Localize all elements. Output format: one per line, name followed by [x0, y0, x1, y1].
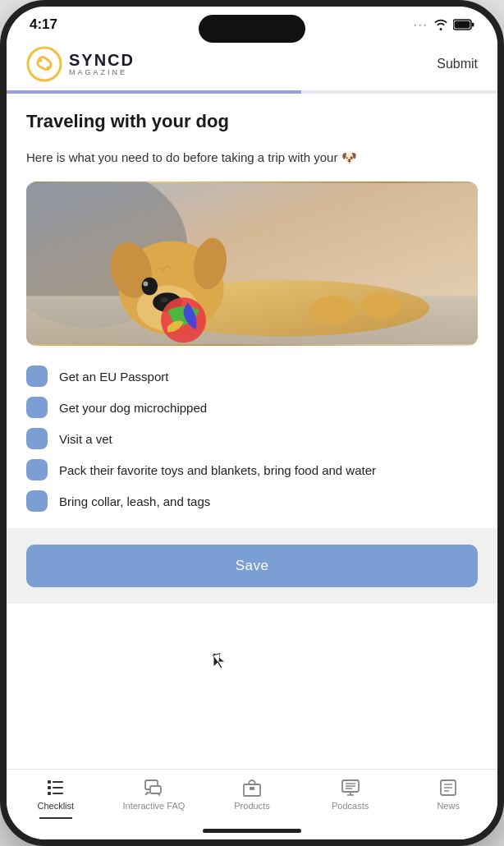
tab-checklist[interactable]: Checklist: [7, 778, 105, 819]
battery-icon: [453, 19, 474, 30]
app-header: SYNCD MAGAZINE Submit: [7, 38, 497, 90]
svg-rect-30: [250, 787, 254, 790]
phone-screen: 4:17 ●●●: [7, 7, 497, 839]
svg-point-5: [47, 67, 51, 71]
article-title: Traveling with your dog: [26, 110, 478, 134]
svg-point-15: [160, 297, 168, 302]
list-item[interactable]: Get your dog microchipped: [26, 397, 478, 418]
checkbox-1[interactable]: [26, 366, 48, 387]
svg-rect-1: [472, 23, 474, 27]
news-icon: [438, 778, 458, 798]
tab-faq[interactable]: Interactive FAQ: [105, 778, 204, 811]
svg-point-16: [141, 278, 158, 296]
save-section: Save: [7, 528, 497, 604]
tab-news-label: News: [437, 801, 460, 811]
tab-bar: Checklist Interactive FAQ Produc: [7, 769, 497, 824]
status-icons: ●●●: [414, 19, 474, 30]
home-indicator-bar: [203, 829, 301, 833]
tab-faq-label: Interactive FAQ: [122, 801, 185, 811]
syncd-logo-icon: [26, 46, 62, 82]
main-content: Traveling with your dog Here is what you…: [7, 94, 497, 769]
tab-active-indicator: [39, 817, 72, 819]
svg-rect-24: [53, 787, 63, 789]
wifi-icon: [433, 19, 448, 30]
svg-point-17: [143, 282, 148, 287]
dots-icon: ●●●: [414, 22, 428, 27]
svg-rect-23: [48, 786, 51, 789]
checklist-section: Get an EU Passport Get your dog microchi…: [26, 366, 478, 512]
svg-rect-28: [150, 786, 161, 793]
faq-icon: [144, 778, 163, 798]
checkbox-2[interactable]: [26, 397, 48, 418]
svg-rect-2: [455, 21, 470, 29]
svg-point-3: [28, 48, 61, 80]
tab-checklist-label: Checklist: [37, 801, 74, 811]
phone-frame: 4:17 ●●●: [0, 0, 504, 846]
tab-products-label: Products: [234, 801, 269, 811]
checkbox-4[interactable]: [26, 459, 48, 480]
logo-title: SYNCD: [69, 51, 135, 69]
dog-image: [26, 182, 478, 346]
tab-podcasts[interactable]: Podcasts: [301, 778, 400, 811]
logo-area: SYNCD MAGAZINE: [26, 46, 135, 82]
submit-button[interactable]: Submit: [437, 57, 478, 71]
list-item[interactable]: Pack their favorite toys and blankets, b…: [26, 459, 478, 480]
dog-illustration: [26, 182, 478, 346]
save-button[interactable]: Save: [26, 545, 478, 587]
svg-point-20: [361, 292, 401, 318]
checklist-text-3: Visit a vet: [59, 432, 112, 446]
checklist-text-4: Pack their favorite toys and blankets, b…: [59, 463, 376, 477]
checklist-text-2: Get your dog microchipped: [59, 401, 207, 415]
list-item[interactable]: Bring collar, leash, and tags: [26, 490, 478, 512]
list-item[interactable]: Get an EU Passport: [26, 366, 478, 387]
logo-text-area: SYNCD MAGAZINE: [69, 51, 135, 77]
home-indicator: [7, 824, 497, 839]
svg-point-19: [310, 296, 355, 324]
dynamic-island: [199, 15, 305, 43]
checklist-icon: [46, 778, 66, 798]
svg-rect-25: [48, 792, 51, 795]
svg-rect-21: [48, 780, 51, 784]
list-item[interactable]: Visit a vet: [26, 428, 478, 449]
checklist-text-1: Get an EU Passport: [59, 370, 168, 384]
products-icon: [242, 778, 262, 798]
tab-podcasts-label: Podcasts: [332, 801, 369, 811]
logo-subtitle: MAGAZINE: [69, 69, 135, 77]
checklist-text-5: Bring collar, leash, and tags: [59, 494, 210, 508]
podcasts-icon: [341, 778, 360, 798]
checkbox-3[interactable]: [26, 428, 48, 449]
status-time: 4:17: [30, 16, 57, 33]
tab-products[interactable]: Products: [203, 778, 301, 811]
tab-news[interactable]: News: [399, 778, 497, 811]
svg-rect-22: [53, 781, 63, 783]
svg-rect-26: [53, 793, 63, 794]
article-intro: Here is what you need to do before takin…: [26, 149, 478, 168]
checkbox-5[interactable]: [26, 490, 48, 512]
svg-point-4: [39, 58, 43, 62]
